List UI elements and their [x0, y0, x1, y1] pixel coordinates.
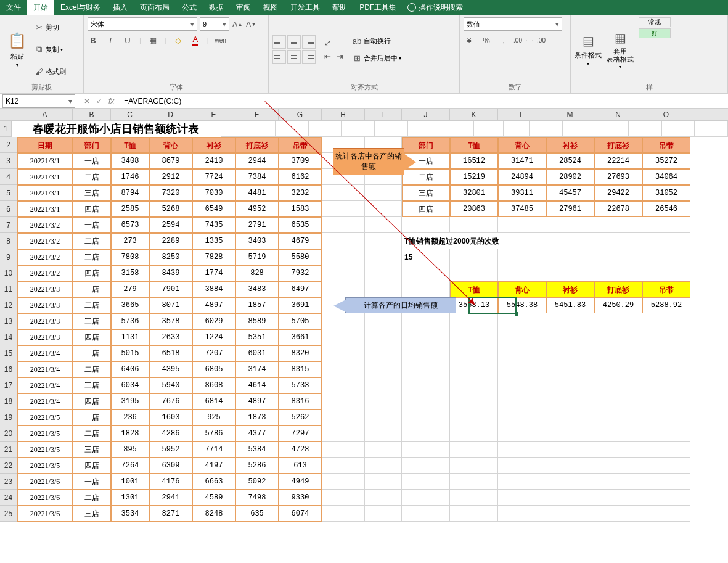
cell[interactable]: 32801 [450, 185, 498, 201]
cell[interactable]: 273 [111, 233, 149, 249]
cell[interactable] [642, 265, 690, 281]
cell[interactable] [642, 506, 690, 522]
cell[interactable] [594, 409, 642, 425]
cell[interactable] [642, 313, 690, 329]
cell[interactable] [365, 409, 402, 425]
number-format-select[interactable]: 数值 [464, 17, 562, 31]
cell[interactable]: 3578 [149, 313, 192, 329]
cell[interactable] [498, 474, 546, 490]
cell[interactable]: 20221/3/3 [17, 281, 73, 297]
cell[interactable]: 3195 [111, 393, 149, 409]
cell[interactable]: 8271 [149, 506, 192, 522]
cell[interactable]: 925 [192, 409, 235, 425]
row-header[interactable]: 10 [0, 265, 17, 281]
cell[interactable] [322, 490, 365, 506]
cell[interactable] [322, 249, 365, 265]
cell[interactable]: 衬衫 [546, 281, 594, 297]
cell[interactable]: 4679 [279, 233, 322, 249]
col-header[interactable]: H [322, 109, 365, 120]
row-header[interactable]: 24 [0, 490, 17, 506]
cell[interactable] [402, 409, 450, 425]
cell[interactable]: 7297 [279, 425, 322, 442]
count-label[interactable]: T恤销售额超过2000元的次数 [402, 233, 642, 249]
cell[interactable]: 5451.83 [546, 297, 594, 313]
cell[interactable] [546, 249, 594, 265]
cell[interactable] [498, 361, 546, 377]
cell[interactable] [450, 506, 498, 522]
row-header[interactable]: 17 [0, 377, 17, 393]
cell[interactable]: 3709 [279, 153, 322, 169]
select-all-corner[interactable] [0, 109, 17, 120]
cell[interactable]: 8439 [149, 265, 192, 281]
cell[interactable] [498, 490, 546, 506]
cell[interactable] [546, 393, 594, 409]
cell[interactable]: 7676 [149, 393, 192, 409]
cell[interactable] [594, 265, 642, 281]
cell[interactable]: 三店 [73, 185, 111, 201]
cell[interactable]: 3691 [279, 297, 322, 313]
cell[interactable] [322, 265, 365, 281]
cell[interactable]: 4897 [235, 393, 279, 409]
cancel-formula-icon[interactable]: ✕ [84, 97, 90, 105]
cell[interactable]: 5940 [149, 377, 192, 393]
cell[interactable]: 39311 [498, 185, 546, 201]
cell[interactable]: 4728 [279, 442, 322, 458]
col-header[interactable]: J [402, 109, 450, 120]
cell[interactable] [546, 377, 594, 393]
underline-button[interactable]: U [122, 35, 133, 46]
cell[interactable]: 5952 [149, 442, 192, 458]
cell[interactable] [365, 233, 402, 249]
cell[interactable] [365, 490, 402, 506]
row-header[interactable]: 4 [0, 169, 17, 185]
cell[interactable]: 20221/3/2 [17, 233, 73, 249]
cell[interactable]: 4589 [192, 490, 235, 506]
cell[interactable] [322, 506, 365, 522]
cell[interactable]: 四店 [73, 393, 111, 409]
cell[interactable] [498, 425, 546, 442]
cell[interactable] [402, 281, 450, 297]
cell[interactable] [498, 393, 546, 409]
cell[interactable] [322, 425, 365, 442]
cell[interactable]: 7030 [192, 185, 235, 201]
cell[interactable] [642, 474, 690, 490]
row-header[interactable]: 14 [0, 329, 17, 345]
copy-button[interactable]: ⧉复制▾ [33, 44, 66, 55]
cell[interactable] [450, 361, 498, 377]
cell[interactable] [594, 217, 642, 233]
cell[interactable]: 1335 [192, 233, 235, 249]
cell[interactable] [342, 121, 375, 137]
sheet-title[interactable]: 春暖花开服饰小店日销售额统计表 [12, 121, 220, 137]
cell[interactable] [642, 442, 690, 458]
tab-help[interactable]: 帮助 [326, 0, 353, 15]
cell[interactable]: 打底衫 [594, 281, 642, 297]
cell[interactable] [450, 377, 498, 393]
accounting-button[interactable]: ¥ [464, 35, 475, 46]
cell[interactable] [375, 121, 408, 137]
cell[interactable]: 4952 [235, 201, 279, 217]
cell[interactable]: 吊带 [642, 281, 690, 297]
cell[interactable] [450, 313, 498, 329]
cell[interactable] [365, 265, 402, 281]
decrease-indent-button[interactable]: ⇤ [322, 51, 333, 62]
cell[interactable] [498, 345, 546, 361]
formula-input[interactable]: =AVERAGE(C:C) [120, 94, 728, 108]
cell[interactable]: 4286 [149, 425, 192, 442]
cell[interactable] [563, 121, 596, 137]
cell[interactable]: 三店 [73, 506, 111, 522]
cell[interactable]: 一店 [73, 409, 111, 425]
cell[interactable] [642, 377, 690, 393]
cell[interactable] [642, 217, 690, 233]
col-header[interactable]: M [546, 109, 594, 120]
cell[interactable]: 三店 [73, 442, 111, 458]
cell[interactable]: 34064 [642, 169, 690, 185]
cell[interactable]: 三店 [73, 249, 111, 265]
tab-data[interactable]: 数据 [203, 0, 230, 15]
row-header[interactable]: 9 [0, 249, 17, 265]
cell[interactable]: 2941 [149, 490, 192, 506]
decrease-decimal-button[interactable]: ←.00 [533, 35, 544, 46]
format-as-table-button[interactable]: ▦ 套用 表格格式 ▾ [607, 17, 634, 81]
cell[interactable] [498, 313, 546, 329]
cell[interactable]: 7498 [235, 490, 279, 506]
cell[interactable]: 20221/3/2 [17, 249, 73, 265]
cell[interactable] [450, 474, 498, 490]
